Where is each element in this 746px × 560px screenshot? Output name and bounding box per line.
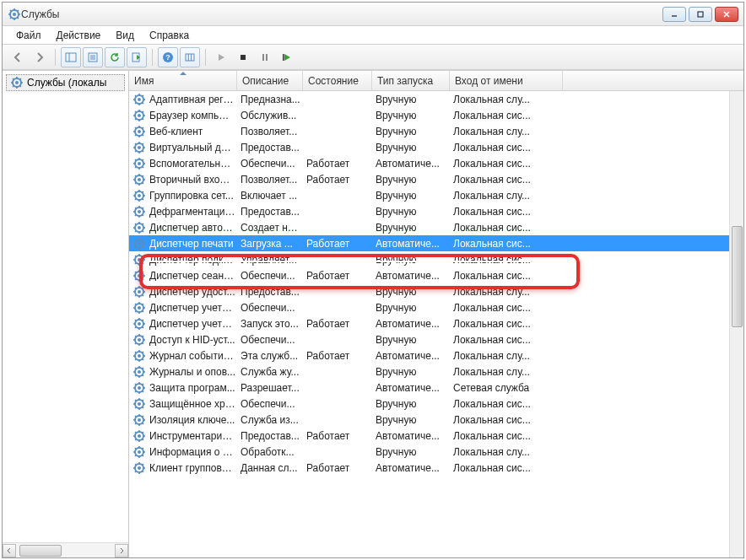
cell-startup: Вручную <box>376 190 453 202</box>
cell-description: Обеспечи... <box>241 334 306 346</box>
back-button[interactable] <box>8 47 28 67</box>
service-row[interactable]: Информация о с...Обработк...ВручнуюЛокал… <box>129 444 743 460</box>
cell-description: Предназна... <box>241 94 306 105</box>
show-hide-tree-button[interactable] <box>61 47 81 67</box>
cell-name: Диспетчер учетн... <box>149 318 241 330</box>
pause-service-button[interactable] <box>255 47 275 67</box>
cell-logon: Локальная слу... <box>453 126 566 137</box>
service-row[interactable]: Журнал событий ...Эта служб...РаботаетАв… <box>129 347 743 363</box>
svg-rect-13 <box>186 54 194 61</box>
service-row[interactable]: Веб-клиентПозволяет...ВручнуюЛокальная с… <box>129 123 743 139</box>
columns-button[interactable] <box>180 47 200 67</box>
cell-name: Диспетчер печати <box>149 238 241 250</box>
service-row[interactable]: Диспетчер учетн...Обеспечи...ВручнуюЛока… <box>129 299 743 315</box>
cell-startup: Вручную <box>376 334 453 346</box>
service-row[interactable]: Диспетчер сеанс...Обеспечи...РаботаетАвт… <box>129 267 743 283</box>
svg-rect-17 <box>262 54 264 61</box>
close-button[interactable] <box>715 7 738 22</box>
cell-description: Обеспечи... <box>241 302 306 314</box>
export-button[interactable] <box>127 47 147 67</box>
column-header-startup[interactable]: Тип запуска <box>372 71 450 90</box>
properties-button[interactable] <box>83 47 103 67</box>
cell-name: Журнал событий ... <box>149 350 241 362</box>
gear-icon <box>132 205 146 218</box>
service-row[interactable]: Доступ к HID-уст...Обеспечи...ВручнуюЛок… <box>129 331 743 347</box>
cell-name: Виртуальный диск <box>149 142 241 153</box>
cell-name: Группировка сет... <box>149 190 241 202</box>
service-row[interactable]: Дефрагментация ...Предостав...ВручнуюЛок… <box>129 203 743 219</box>
service-row[interactable]: Браузер компьют...Обслужив...ВручнуюЛока… <box>129 107 743 123</box>
cell-startup: Вручную <box>376 94 453 105</box>
cell-name: Дефрагментация ... <box>149 206 241 218</box>
cell-logon: Локальная слу... <box>453 366 566 378</box>
cell-description: Предостав... <box>241 142 306 153</box>
cell-logon: Локальная сис... <box>453 414 566 426</box>
service-row[interactable]: Группировка сет...Включает ...ВручнуюЛок… <box>129 187 743 203</box>
column-header-state[interactable]: Состояние <box>303 71 372 90</box>
tree-horizontal-scrollbar[interactable] <box>3 542 128 557</box>
restart-service-button[interactable] <box>277 47 297 67</box>
minimize-button[interactable] <box>662 7 686 22</box>
window: Службы Файл Действие Вид Справка ? <box>2 2 744 558</box>
svg-text:?: ? <box>165 53 170 62</box>
menu-view[interactable]: Вид <box>109 28 141 43</box>
menu-file[interactable]: Файл <box>9 28 48 43</box>
service-row[interactable]: Диспетчер печатиЗагрузка ...РаботаетАвто… <box>129 235 743 251</box>
gear-icon <box>132 429 146 443</box>
service-row[interactable]: Клиент группово...Данная сл...РаботаетАв… <box>129 460 743 476</box>
gear-icon <box>132 397 146 411</box>
menu-help[interactable]: Справка <box>143 28 196 43</box>
service-row[interactable]: Изоляция ключе...Служба из...ВручнуюЛока… <box>129 412 743 428</box>
scroll-right-button[interactable] <box>115 544 128 557</box>
refresh-button[interactable] <box>105 47 125 67</box>
gear-icon <box>132 381 146 395</box>
gear-icon <box>132 413 146 427</box>
help-button[interactable]: ? <box>158 47 178 67</box>
cell-startup: Автоматиче... <box>376 350 453 362</box>
gear-icon <box>132 461 146 475</box>
tree-root-services[interactable]: Службы (локалы <box>6 74 125 91</box>
service-row[interactable]: Диспетчер удост...Предостав...ВручнуюЛок… <box>129 283 743 299</box>
gear-icon <box>132 253 146 267</box>
gear-icon <box>132 141 146 154</box>
sort-indicator-icon <box>180 72 186 75</box>
menu-action[interactable]: Действие <box>50 28 108 43</box>
maximize-button[interactable] <box>689 7 712 22</box>
scroll-left-button[interactable] <box>3 544 16 557</box>
list-header: Имя Описание Состояние Тип запуска Вход … <box>129 71 743 91</box>
forward-button[interactable] <box>30 47 50 67</box>
gear-icon <box>132 349 146 363</box>
service-row[interactable]: Диспетчер автом...Создает ни...ВручнуюЛо… <box>129 219 743 235</box>
service-row[interactable]: Инструментарий ...Предостав...РаботаетАв… <box>129 428 743 444</box>
vertical-scrollbar[interactable] <box>729 91 743 557</box>
column-header-logon[interactable]: Вход от имени <box>450 71 563 90</box>
service-row[interactable]: Адаптивная регу...Предназна...ВручнуюЛок… <box>129 91 743 107</box>
service-row[interactable]: Защита програм...Разрешает...Автоматиче.… <box>129 380 743 396</box>
cell-description: Обеспечи... <box>241 398 306 410</box>
service-row[interactable]: Журналы и опов...Служба жу...ВручнуюЛока… <box>129 363 743 380</box>
service-row[interactable]: Защищённое хра...Обеспечи...ВручнуюЛокал… <box>129 396 743 412</box>
titlebar[interactable]: Службы <box>3 3 743 26</box>
cell-startup: Автоматиче... <box>376 462 453 474</box>
column-header-description[interactable]: Описание <box>237 71 303 90</box>
cell-description: Запуск это... <box>241 318 306 330</box>
cell-logon: Локальная слу... <box>453 286 566 298</box>
svg-rect-16 <box>241 55 246 60</box>
cell-logon: Локальная сис... <box>453 222 566 234</box>
column-header-name[interactable]: Имя <box>129 71 237 90</box>
service-row[interactable]: Вторичный вход ...Позволяет...РаботаетВр… <box>129 171 743 187</box>
cell-description: Эта служб... <box>241 350 306 362</box>
service-row[interactable]: Вспомогательная ...Обеспечи...РаботаетАв… <box>129 155 743 171</box>
cell-name: Доступ к HID-уст... <box>149 334 241 346</box>
service-row[interactable]: Диспетчер учетн...Запуск это...РаботаетА… <box>129 315 743 331</box>
stop-service-button[interactable] <box>233 47 253 67</box>
scroll-thumb[interactable] <box>19 545 62 557</box>
start-service-button[interactable] <box>211 47 231 67</box>
scroll-thumb[interactable] <box>732 226 743 327</box>
service-row[interactable]: Диспетчер подкл...Управляет...ВручнуюЛок… <box>129 251 743 267</box>
service-row[interactable]: Виртуальный дискПредостав...ВручнуюЛокал… <box>129 139 743 155</box>
cell-name: Инструментарий ... <box>149 430 241 442</box>
cell-logon: Локальная слу... <box>453 350 566 362</box>
cell-logon: Сетевая служба <box>453 382 566 394</box>
gear-icon <box>132 173 146 186</box>
